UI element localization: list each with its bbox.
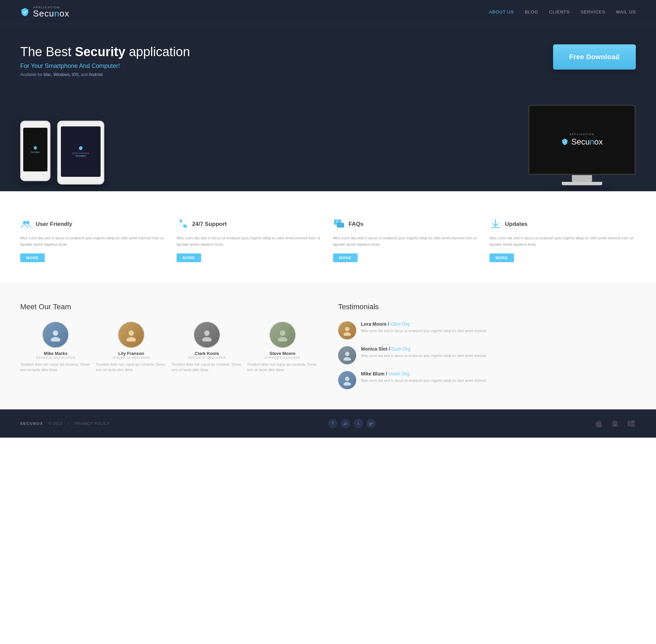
feature-title-user-friendly: User Friendly xyxy=(20,218,167,230)
hero-subtitle: For Your Smartphone And Computer! xyxy=(20,63,239,70)
team-column: Meet Our Team Mike Marks GENERAL DEVELOP… xyxy=(20,302,318,389)
main-nav: ABOUT US BLOG CLIENTS SERVICES MAIL US xyxy=(489,9,636,15)
team-bio-clark: Tincidunt dolor nun vupue ips consecte. … xyxy=(172,362,243,373)
footer-social: f t g+ xyxy=(328,419,376,428)
feature-support: 24/7 Support Mes cumi dia sed in lacus u… xyxy=(177,218,323,262)
social-googleplus[interactable]: g+ xyxy=(366,419,376,428)
windows-icon xyxy=(627,419,636,428)
shield-icon xyxy=(20,7,29,17)
nav-about[interactable]: ABOUT US xyxy=(489,9,514,15)
tablet-screen: APPLICATION Secunox xyxy=(61,127,101,177)
nav-services[interactable]: SERVICES xyxy=(581,9,606,15)
feature-text-user-friendly: Mes cumi dia sed in lacus ut enaiscet ip… xyxy=(20,235,167,248)
testimonial-lora: Lora Moore / Oleo Org Mes cumi dia sed i… xyxy=(338,321,636,340)
svg-text:?: ? xyxy=(336,220,338,224)
avatar-mike xyxy=(42,321,69,348)
feature-text-updates: Mes cumi dia sed in lacus ut enaiscet ip… xyxy=(489,235,636,248)
team-member-mike: Mike Marks GENERAL DEVELOPER Tincidunt d… xyxy=(20,321,91,373)
svg-point-15 xyxy=(345,351,350,356)
header: APPLICATION Secunox ABOUT US BLOG CLIENT… xyxy=(0,0,656,24)
avatar-lily xyxy=(118,321,145,348)
feature-text-faqs: Mes cumi dia sed in lacus ut enaiscet ip… xyxy=(333,235,479,248)
devices-display: Secunox APPLICATION Secunox APPLICATION xyxy=(20,97,636,191)
logo: APPLICATION Secunox xyxy=(20,6,69,18)
team-role-lily: JUNIOR UI DESIGNER xyxy=(96,356,167,359)
team-member-steve: Steve Moore SUPPORT MANAGER Tincidunt do… xyxy=(247,321,318,373)
team-grid: Mike Marks GENERAL DEVELOPER Tincidunt d… xyxy=(20,321,318,373)
feature-updates: Updates Mes cumi dia sed in lacus ut ena… xyxy=(489,218,636,262)
tablet-logo: APPLICATION Secunox xyxy=(72,145,89,157)
footer-left: SECUNOX © 2013 | PRIVACY POLICY xyxy=(20,421,110,426)
testimonial-body-mike-blum: Mike Blum / Vixen Org Mes cumi dia sed i… xyxy=(361,371,487,384)
nav-blog[interactable]: BLOG xyxy=(525,9,538,15)
download-icon xyxy=(489,218,502,230)
phone-logo: Secunox xyxy=(30,145,40,153)
team-title: Meet Our Team xyxy=(20,302,318,311)
team-role-steve: SUPPORT MANAGER xyxy=(247,356,318,359)
social-rss[interactable] xyxy=(341,419,350,428)
team-bio-lily: Tincidunt dolor nun vupue ips consecte. … xyxy=(96,362,167,373)
team-name-steve: Steve Moore xyxy=(247,351,318,356)
avatar-clark xyxy=(193,321,220,348)
svg-point-14 xyxy=(344,332,351,336)
social-twitter[interactable]: t xyxy=(354,419,363,428)
footer-brand: SECUNOX xyxy=(20,421,43,426)
phone-screen: Secunox xyxy=(23,128,47,171)
nav-mail[interactable]: MAIL US xyxy=(616,9,636,15)
monitor-base xyxy=(562,182,602,185)
monitor-screen: APPLICATION Secunox xyxy=(528,105,636,175)
testimonial-mike-blum: Mike Blum / Vixen Org Mes cumi dia sed i… xyxy=(338,371,636,389)
feature-more-btn-2[interactable]: MORE xyxy=(333,253,357,262)
team-role-clark: SENIOR UI DESIGNER xyxy=(172,356,243,359)
feature-more-btn-3[interactable]: MORE xyxy=(489,253,514,262)
feature-faqs: ? FAQs Mes cumi dia sed in lacus ut enai… xyxy=(333,218,479,262)
hero-section: The Best Security application For Your S… xyxy=(0,24,656,191)
svg-point-19 xyxy=(344,424,345,425)
nav-clients[interactable]: CLIENTS xyxy=(549,9,570,15)
svg-point-7 xyxy=(129,330,134,336)
footer-platforms xyxy=(594,419,636,428)
features-grid: User Friendly Mes cumi dia sed in lacus … xyxy=(20,218,636,262)
phone-mockup: Secunox xyxy=(20,121,50,181)
team-name-mike: Mike Marks xyxy=(20,351,91,356)
feature-text-support: Mes cumi dia sed in lacus ut enaiscet ip… xyxy=(177,235,323,248)
feature-title-faqs: ? FAQs xyxy=(333,218,479,230)
testimonial-text-monica: Mes cumi dia sed in lacus ut enaiscet ip… xyxy=(361,353,487,359)
feature-more-btn-1[interactable]: MORE xyxy=(177,253,201,262)
apple-icon xyxy=(594,419,604,428)
testimonials-title: Testimonials xyxy=(338,302,636,311)
users-icon xyxy=(20,218,32,230)
testimonial-name-mike-blum: Mike Blum / Vixen Org xyxy=(361,371,487,376)
testimonial-body-lora: Lora Moore / Oleo Org Mes cumi dia sed i… xyxy=(361,321,487,334)
team-member-clark: Clark Kools SENIOR UI DESIGNER Tincidunt… xyxy=(172,321,243,373)
team-name-clark: Clark Kools xyxy=(172,351,243,356)
feature-title-support: 24/7 Support xyxy=(177,218,323,230)
team-bio-mike: Tincidunt dolor nun vupue ips consecte. … xyxy=(20,362,91,373)
free-download-button[interactable]: Free Download xyxy=(553,44,636,70)
svg-point-0 xyxy=(23,221,26,224)
svg-point-10 xyxy=(202,337,212,342)
avatar-steve xyxy=(269,321,296,348)
team-member-lily: Lily Franson JUNIOR UI DESIGNER Tincidun… xyxy=(96,321,167,373)
team-bio-steve: Tincidunt dolor nun vupue ips consecte. … xyxy=(247,362,318,373)
svg-point-9 xyxy=(204,330,210,336)
testimonial-avatar-monica xyxy=(338,346,356,364)
testimonial-name-lora: Lora Moore / Oleo Org xyxy=(361,321,487,327)
svg-point-8 xyxy=(127,337,136,342)
feature-more-btn-0[interactable]: MORE xyxy=(20,253,45,262)
feature-user-friendly: User Friendly Mes cumi dia sed in lacus … xyxy=(20,218,167,262)
monitor-stand xyxy=(572,175,592,182)
svg-point-1 xyxy=(26,221,29,224)
team-testimonials-section: Meet Our Team Mike Marks GENERAL DEVELOP… xyxy=(0,282,656,409)
hero-content: The Best Security application For Your S… xyxy=(20,44,239,90)
features-section: User Friendly Mes cumi dia sed in lacus … xyxy=(0,191,656,282)
testimonial-avatar-mike-blum xyxy=(338,371,356,389)
monitor-logo: APPLICATION Secunox xyxy=(561,133,603,146)
social-facebook[interactable]: f xyxy=(328,419,337,428)
testimonials-column: Testimonials Lora Moore / Oleo Org Mes c… xyxy=(338,302,636,389)
footer-privacy[interactable]: PRIVACY POLICY xyxy=(75,421,110,426)
hero-available: Available for Mac, Windows, iOS, and And… xyxy=(20,72,239,77)
footer-year: © 2013 xyxy=(48,421,63,426)
tablet-mockup: APPLICATION Secunox xyxy=(57,121,104,185)
svg-point-16 xyxy=(344,357,351,360)
